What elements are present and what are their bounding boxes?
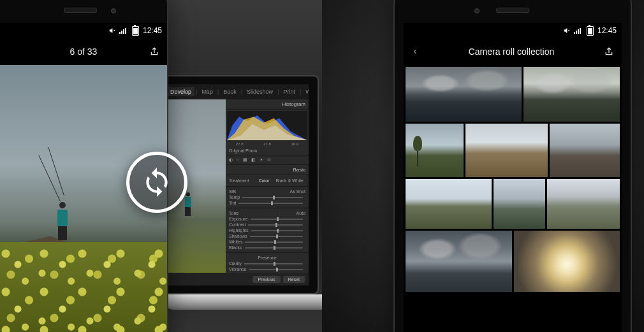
slider-shadows[interactable]	[250, 236, 303, 237]
grid-thumb[interactable]	[406, 179, 492, 229]
battery-icon	[587, 26, 594, 36]
clock: 12:45	[143, 26, 162, 35]
slider-temp[interactable]	[242, 197, 303, 198]
slider-highlights[interactable]	[251, 230, 303, 231]
slider-tint[interactable]	[238, 203, 303, 204]
photo-counter: 6 of 33	[18, 47, 149, 57]
grid-thumb[interactable]	[406, 124, 464, 177]
share-icon[interactable]	[604, 47, 614, 57]
grid-thumb[interactable]	[547, 179, 620, 229]
app-bar: Camera roll collection	[404, 38, 622, 65]
clock: 12:45	[597, 26, 617, 35]
signal-icon	[574, 27, 583, 34]
grid-thumb[interactable]	[523, 67, 620, 122]
sync-badge	[126, 152, 187, 213]
phone-speaker	[64, 8, 97, 13]
grid-thumb[interactable]	[465, 124, 548, 177]
battery-icon	[132, 26, 139, 36]
sync-icon	[141, 166, 173, 198]
tab-book[interactable]: Book	[220, 87, 240, 96]
status-bar: 12:45	[0, 23, 167, 38]
promo-right-pane: 12:45 Camera roll collection	[322, 0, 644, 332]
grid-thumb[interactable]	[550, 124, 620, 177]
develop-panel: Histogram 27.8 27.8	[226, 99, 309, 285]
slider-vibrance[interactable]	[249, 269, 303, 270]
grid-thumb[interactable]	[406, 67, 522, 122]
back-icon[interactable]	[411, 48, 419, 55]
phone-speaker	[496, 8, 529, 13]
tab-map[interactable]: Map	[198, 87, 216, 96]
reset-button[interactable]: Reset	[283, 276, 305, 283]
phone-front-camera	[474, 8, 479, 13]
tab-print[interactable]: Print	[280, 87, 298, 96]
tab-develop[interactable]: Develop	[167, 87, 194, 96]
slider-clarity[interactable]	[244, 263, 303, 264]
mute-icon	[564, 27, 570, 34]
app-bar: 6 of 33	[0, 38, 167, 65]
laptop-bezel: Develop| Map| Book| Slideshow| Print| We…	[165, 75, 319, 294]
histogram-header[interactable]: Histogram	[226, 99, 309, 110]
promo-left-pane: Develop| Map| Book| Slideshow| Print| We…	[0, 0, 322, 332]
tab-slideshow[interactable]: Slideshow	[244, 87, 276, 96]
signal-icon	[119, 27, 128, 34]
grid-thumb[interactable]	[514, 231, 620, 292]
grid-thumb[interactable]	[406, 231, 512, 292]
histogram-graph	[227, 111, 307, 140]
original-photo-row: Original Photo	[226, 147, 309, 155]
basic-header[interactable]: Basic	[226, 165, 309, 175]
phone-screen-right: 12:45 Camera roll collection	[404, 23, 622, 332]
tab-web[interactable]: Web	[302, 87, 309, 96]
share-icon[interactable]	[149, 47, 159, 57]
slider-contrast[interactable]	[248, 224, 303, 226]
slider-whites[interactable]	[245, 242, 303, 243]
slider-blacks[interactable]	[245, 247, 303, 249]
grid-thumb[interactable]	[494, 179, 545, 229]
phone-device-right: 12:45 Camera roll collection	[395, 0, 631, 332]
status-bar: 12:45	[404, 23, 622, 38]
slider-exposure[interactable]	[251, 219, 303, 220]
mute-icon	[109, 27, 115, 34]
lightroom-module-tabs: Develop| Map| Book| Slideshow| Print| We…	[165, 84, 309, 99]
photo-grid[interactable]	[404, 65, 622, 332]
collection-title: Camera roll collection	[419, 47, 604, 57]
tool-strip[interactable]: ◐○▦◧✶⊙	[226, 155, 309, 165]
previous-button[interactable]: Previous	[252, 276, 280, 283]
laptop-device: Develop| Map| Book| Slideshow| Print| We…	[165, 75, 322, 317]
phone-front-camera	[111, 8, 116, 13]
laptop-base	[165, 294, 322, 310]
